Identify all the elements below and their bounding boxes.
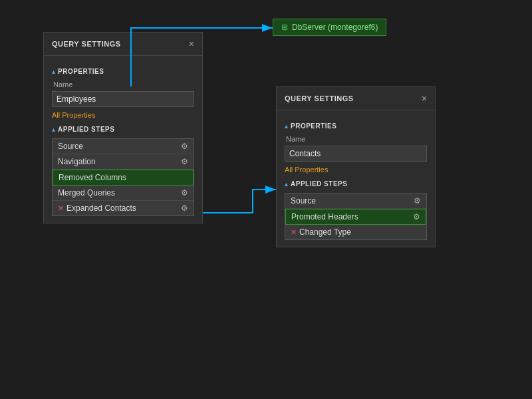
right-all-properties-link[interactable]: All Properties <box>285 166 427 174</box>
right-panel-body: ▴ PROPERTIES Name All Properties ▴ APPLI… <box>277 110 435 247</box>
right-close-button[interactable]: × <box>422 94 427 103</box>
left-panel-body: ▴ PROPERTIES Name All Properties ▴ APPLI… <box>44 56 202 223</box>
right-step-name: ✕Changed Type <box>291 227 351 237</box>
left-properties-arrow: ▴ <box>52 68 55 75</box>
right-properties-section: ▴ PROPERTIES <box>285 122 427 130</box>
db-server-label: DbServer (montegoref6) <box>292 23 378 32</box>
left-step-name: Merged Queries <box>58 188 115 198</box>
left-step-name: Source <box>58 142 83 151</box>
gear-icon[interactable]: ⚙ <box>181 188 188 198</box>
db-icon: ⊞ <box>281 23 288 32</box>
gear-icon[interactable]: ⚙ <box>181 157 188 166</box>
left-step-name: ✕Expanded Contacts <box>58 203 136 213</box>
right-panel-title: QUERY SETTINGS <box>285 94 354 102</box>
right-step-item[interactable]: Promoted Headers⚙ <box>285 209 426 225</box>
right-steps-title: APPLIED STEPS <box>291 180 347 188</box>
left-panel-title: QUERY SETTINGS <box>52 40 121 48</box>
left-step-name: Navigation <box>58 157 96 166</box>
gear-icon[interactable]: ⚙ <box>414 196 421 205</box>
left-properties-section: ▴ PROPERTIES <box>52 68 194 75</box>
left-query-panel: QUERY SETTINGS × ▴ PROPERTIES Name All P… <box>43 32 203 223</box>
right-step-name: Promoted Headers <box>291 212 358 221</box>
gear-icon[interactable]: ⚙ <box>181 203 188 213</box>
right-panel-header: QUERY SETTINGS × <box>277 87 435 110</box>
gear-icon[interactable]: ⚙ <box>181 142 188 151</box>
right-step-name: Source <box>291 196 316 205</box>
left-panel-header: QUERY SETTINGS × <box>44 33 202 56</box>
left-step-item[interactable]: Source⚙ <box>53 139 194 154</box>
left-step-name: Removed Columns <box>59 173 126 182</box>
left-step-item[interactable]: Navigation⚙ <box>53 154 194 170</box>
right-name-input[interactable] <box>285 146 427 162</box>
left-step-item[interactable]: ✕Expanded Contacts⚙ <box>53 201 194 215</box>
gear-icon[interactable]: ⚙ <box>413 212 420 221</box>
right-properties-title: PROPERTIES <box>291 122 336 130</box>
left-all-properties-link[interactable]: All Properties <box>52 111 194 119</box>
error-icon: ✕ <box>291 228 297 237</box>
left-steps-title: APPLIED STEPS <box>58 126 114 133</box>
left-name-label: Name <box>52 80 194 88</box>
right-query-panel: QUERY SETTINGS × ▴ PROPERTIES Name All P… <box>276 86 436 247</box>
right-properties-arrow: ▴ <box>285 122 288 130</box>
left-step-item[interactable]: Merged Queries⚙ <box>53 186 194 201</box>
left-step-item[interactable]: Removed Columns <box>53 170 194 186</box>
left-name-input[interactable] <box>52 91 194 107</box>
db-server-box: ⊞ DbServer (montegoref6) <box>273 19 386 36</box>
right-step-item[interactable]: ✕Changed Type <box>285 225 426 239</box>
right-steps-section: ▴ APPLIED STEPS <box>285 180 427 188</box>
right-steps-arrow: ▴ <box>285 180 288 188</box>
error-icon: ✕ <box>58 204 64 213</box>
left-properties-title: PROPERTIES <box>58 68 104 75</box>
left-steps-list: Source⚙Navigation⚙Removed ColumnsMerged … <box>52 138 194 216</box>
left-steps-arrow: ▴ <box>52 126 55 133</box>
left-steps-section: ▴ APPLIED STEPS <box>52 126 194 133</box>
right-step-item[interactable]: Source⚙ <box>285 194 426 209</box>
left-close-button[interactable]: × <box>189 39 194 49</box>
right-name-label: Name <box>285 135 427 143</box>
right-steps-list: Source⚙Promoted Headers⚙✕Changed Type <box>285 193 427 240</box>
